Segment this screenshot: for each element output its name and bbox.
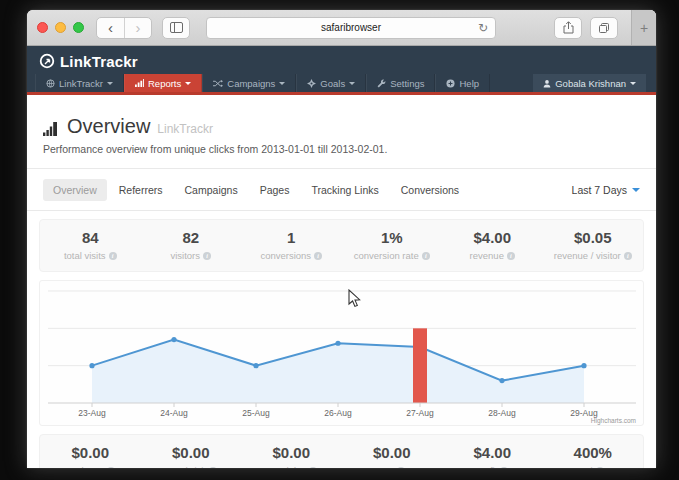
stat-label: profiti [442, 465, 543, 468]
stat-value: $0.00 [241, 444, 342, 461]
x-axis-label: 25-Aug [242, 408, 270, 418]
info-icon[interactable]: i [109, 252, 117, 260]
window-controls [37, 22, 84, 33]
close-window-button[interactable] [37, 22, 48, 33]
brand-name[interactable]: LinkTrackr [60, 53, 138, 70]
tab-pages[interactable]: Pages [250, 179, 300, 201]
stat-value: $4.00 [442, 229, 543, 246]
tab-conversions[interactable]: Conversions [391, 179, 469, 201]
info-icon[interactable]: i [107, 467, 115, 469]
help-circle-icon [446, 79, 455, 88]
data-point-marker[interactable] [581, 363, 586, 368]
chart-svg: 23-Aug24-Aug25-Aug26-Aug27-Aug28-Aug29-A… [40, 281, 643, 425]
chevron-down-icon [279, 82, 285, 85]
stat-label: cost / dayi [241, 465, 342, 468]
data-point-marker[interactable] [335, 341, 340, 346]
date-range-label: Last 7 Days [572, 184, 627, 196]
menu-item-settings[interactable]: Settings [366, 74, 435, 92]
data-point-marker[interactable] [89, 363, 94, 368]
info-icon[interactable]: i [397, 467, 405, 469]
stat-value: $4.00 [442, 444, 543, 461]
stat-label: revenuei [442, 250, 543, 261]
user-menu[interactable]: Gobala Krishnan [533, 74, 646, 92]
forward-button[interactable]: › [124, 18, 151, 38]
address-bar[interactable]: safaribrowser ↻ [206, 17, 496, 39]
share-button[interactable] [554, 17, 582, 39]
area-fill [92, 340, 584, 403]
page-header: Overview LinkTrackr Performance overview… [27, 95, 656, 169]
reload-icon[interactable]: ↻ [478, 22, 488, 34]
info-icon[interactable]: i [309, 467, 317, 469]
back-button[interactable]: ‹ [97, 18, 124, 38]
minimize-window-button[interactable] [55, 22, 66, 33]
stat-value: $0.00 [141, 444, 242, 461]
menu-item-help[interactable]: Help [435, 74, 490, 92]
stat-revenue: $4.00revenuei [442, 229, 543, 261]
stat-label: roii [543, 465, 644, 468]
info-icon[interactable]: i [422, 252, 430, 260]
data-point-marker[interactable] [499, 378, 504, 383]
info-icon[interactable]: i [624, 252, 632, 260]
sidebar-toggle-button[interactable] [162, 17, 190, 39]
menu-label: Goals [320, 78, 345, 89]
menu-label: Campaigns [227, 78, 275, 89]
address-bar-text: safaribrowser [321, 22, 381, 33]
chevron-down-icon [630, 82, 636, 85]
stat-total-cost: $0.00total costi [40, 444, 141, 468]
menu-item-goals[interactable]: Goals [296, 74, 366, 92]
info-icon[interactable]: i [209, 467, 217, 469]
menu-label: Reports [148, 78, 181, 89]
overview-bars-icon [43, 122, 60, 136]
stat-value: $0.00 [40, 444, 141, 461]
stat-total-visits: 84total visitsi [40, 229, 141, 261]
menu-item-campaigns[interactable]: Campaigns [202, 74, 296, 92]
info-icon[interactable]: i [596, 467, 604, 469]
chevron-down-icon [185, 82, 191, 85]
zoom-window-button[interactable] [73, 22, 84, 33]
tab-referrers[interactable]: Referrers [109, 179, 173, 201]
stat-label: visitorsi [141, 250, 242, 261]
show-all-tabs-button[interactable] [590, 17, 618, 39]
info-icon[interactable]: i [203, 252, 211, 260]
highlight-column[interactable] [413, 328, 427, 403]
shuffle-icon [213, 79, 223, 88]
chevron-down-icon [349, 82, 355, 85]
page-content: Overview LinkTrackr Performance overview… [27, 95, 656, 468]
stat-label: revenue / visitori [543, 250, 644, 261]
tab-overview[interactable]: Overview [43, 179, 107, 201]
stats-bottom-panel: $0.00total costi$0.00cost / visiti$0.00c… [39, 434, 644, 468]
stats-top-panel: 84total visitsi82visitorsi1conversionsi1… [39, 219, 644, 272]
info-icon[interactable]: i [507, 252, 515, 260]
new-tab-button[interactable]: + [631, 10, 656, 45]
data-point-marker[interactable] [253, 363, 258, 368]
plus-icon: + [640, 20, 648, 36]
x-axis-label: 24-Aug [160, 408, 188, 418]
tab-tracking-links[interactable]: Tracking Links [301, 179, 388, 201]
stat-label: cpai [342, 465, 443, 468]
info-icon[interactable]: i [500, 467, 508, 469]
wrench-icon [377, 79, 386, 88]
user-icon [543, 79, 551, 88]
user-name: Gobala Krishnan [555, 78, 626, 89]
page-title: Overview [67, 115, 150, 138]
menu-item-reports[interactable]: Reports [124, 74, 202, 92]
globe-icon [46, 79, 55, 88]
bar-chart-icon [135, 79, 144, 88]
data-point-marker[interactable] [171, 337, 176, 342]
info-icon[interactable]: i [314, 252, 322, 260]
stat-label: cost / visiti [141, 465, 242, 468]
stat-cost-day: $0.00cost / dayi [241, 444, 342, 468]
chart-credits[interactable]: Highcharts.com [591, 417, 636, 425]
x-axis-label: 28-Aug [488, 408, 516, 418]
date-range-dropdown[interactable]: Last 7 Days [572, 184, 640, 196]
stat-value: $0.00 [342, 444, 443, 461]
stat-value: $0.05 [543, 229, 644, 246]
chevron-down-icon [107, 82, 113, 85]
tab-campaigns[interactable]: Campaigns [175, 179, 248, 201]
stat-label: total costi [40, 465, 141, 468]
x-axis-label: 26-Aug [324, 408, 352, 418]
menu-label: LinkTrackr [59, 78, 103, 89]
page-title-suffix: LinkTrackr [157, 122, 213, 136]
visits-chart[interactable]: 23-Aug24-Aug25-Aug26-Aug27-Aug28-Aug29-A… [39, 280, 644, 426]
menu-item-linktrackr[interactable]: LinkTrackr [35, 74, 124, 92]
